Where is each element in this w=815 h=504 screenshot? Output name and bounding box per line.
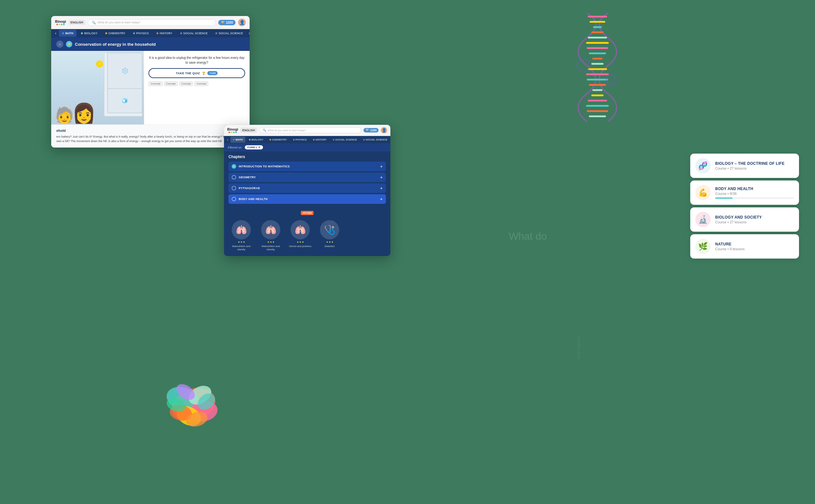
chapter-item-body-health[interactable]: BODY AND HEALTH +	[228, 194, 386, 204]
video-panel: 🌱 🧓 👩 ❄️ 🧊 ⭐	[51, 51, 144, 124]
bottom-nav-history[interactable]: HISTORY	[310, 137, 329, 143]
b-chem-dot	[269, 139, 271, 140]
top-browser-window: Binogi ENGLISH 🔍 What do you want to lea…	[51, 16, 250, 148]
lesson-icon-genes: 🫁	[291, 220, 310, 239]
bottom-language-button[interactable]: ENGLISH	[240, 128, 257, 133]
b-math-label: MATH	[236, 138, 243, 141]
course-info-nature: NATURE Course • 9 lessons	[715, 242, 794, 251]
top-nav-bar: ‹ MATH BIOLOGY CHEMISTRY PHYSICS HISTORY…	[51, 29, 250, 37]
chapter-item-pythagoras[interactable]: PYTHAGORAE +	[228, 183, 386, 193]
bottom-binogi-logo: Binogi	[227, 127, 238, 133]
course-subtitle-body-health: Course • 8/38	[715, 192, 794, 196]
character-1: 🧓	[54, 106, 74, 124]
top-browser-topbar: Binogi ENGLISH 🔍 What do you want to lea…	[51, 16, 250, 29]
character-2: 👩	[72, 102, 96, 124]
bottom-nav-social-1[interactable]: SOCIAL SCIENCE	[330, 137, 360, 143]
lessons-grid: APOBB 🫁 ★ ★ ★ Malnutrition and obesity 🫁…	[224, 208, 390, 256]
social-science-dot	[180, 32, 182, 34]
nav-tab-biology-label: BIOLOGY	[84, 32, 98, 35]
chapter-expand-pythagoras[interactable]: +	[380, 186, 383, 191]
bottom-nav-social-2[interactable]: SOCIAL SCIENCE	[361, 137, 390, 143]
search-placeholder: What do you want to learn today?	[98, 21, 140, 24]
bottom-nav-bar: ‹ MATH BIOLOGY CHEMISTRY PHYSICS HISTORY…	[224, 136, 390, 143]
dot-1	[56, 24, 58, 25]
nav-tab-chemistry[interactable]: CHEMISTRY	[102, 30, 129, 37]
nav-tab-physics[interactable]: PHYSICS	[130, 30, 152, 37]
nav-tab-biology[interactable]: BIOLOGY	[78, 30, 101, 37]
course-icon-health: 💪	[695, 185, 711, 200]
language-button[interactable]: ENGLISH	[68, 20, 85, 25]
course-card-biology[interactable]: 🧬 BIOLOGY – THE DOCTRINE OF LIFE Course …	[690, 154, 799, 178]
scene-background: 🌱 🧓 👩 ❄️ 🧊 ⭐	[51, 51, 144, 124]
math-dot	[62, 32, 64, 34]
concept-tag-2: Concept	[164, 81, 178, 86]
chapter-check-geometry	[232, 175, 236, 180]
nav-prev-arrow[interactable]: ‹	[54, 29, 58, 37]
nav-tab-math[interactable]: MATH	[59, 30, 76, 37]
nav-tab-math-label: MATH	[65, 32, 73, 35]
course-card-body-health[interactable]: 💪 BODY AND HEALTH Course • 8/38	[690, 180, 799, 205]
chapter-expand-geometry[interactable]: +	[380, 175, 383, 180]
bottom-nav-prev[interactable]: ‹	[226, 136, 229, 143]
nav-tab-social-science-1[interactable]: SOCIAL SCIENCE	[177, 30, 211, 37]
bottom-search-icon: 🔍	[263, 129, 266, 132]
bottom-nav-math[interactable]: MATH	[230, 137, 245, 143]
trophy-icon-small: 🏆	[202, 72, 206, 75]
bottom-nav-biology[interactable]: BIOLOGY	[246, 137, 266, 143]
course-title-nature: NATURE	[715, 242, 794, 246]
course-card-nature[interactable]: 🌿 NATURE Course • 9 lessons	[690, 234, 799, 259]
b-hist-label: HISTORY	[316, 138, 327, 141]
nav-next-arrow[interactable]: ›	[247, 29, 250, 37]
lessons-icons-row: 🫁 ★ ★ ★ Malnutrition and obesity 🫁 ★ ★ ★…	[228, 220, 386, 252]
lesson-item-genes[interactable]: 🫁 ★ ★ ★ Genes and proteins	[287, 220, 313, 252]
nav-tab-history[interactable]: HISTORY	[153, 30, 176, 37]
lesson-item-malnutrition-1[interactable]: 🫁 ★ ★ ★ Malnutrition and obesity	[228, 220, 254, 252]
chapters-title: Chapters	[228, 155, 386, 159]
bottom-binogi-dots	[228, 132, 237, 133]
nav-tab-social-science-2[interactable]: SOCIAL SCIENCE	[212, 30, 246, 37]
social-science-2-dot	[215, 32, 217, 34]
take-quiz-button[interactable]: TAKE THE QUIZ 🏆 +100	[148, 68, 245, 78]
history-dot	[156, 32, 158, 34]
bdot-1	[228, 132, 230, 133]
quiz-button-label: TAKE THE QUIZ	[176, 72, 200, 75]
chapters-area: Chapters ✓ INTRODUCTION TO MATHEMATICS +…	[224, 151, 390, 208]
filter-bar: Filtered on: FORM 1 ✕	[224, 143, 390, 151]
lesson-stars-3: ★ ★ ★	[297, 241, 304, 244]
back-button[interactable]: ‹	[56, 41, 63, 48]
bottom-nav-chemistry[interactable]: CHEMISTRY	[267, 137, 290, 143]
binogi-dots	[56, 24, 65, 25]
lesson-item-diabetes[interactable]: 🩺 ★ ★ ★ Diabetes	[317, 220, 342, 252]
nav-tab-social-science-2-label: SOCIAL SCIENCE	[219, 32, 243, 35]
bottom-trophy-icon: 🏆	[365, 129, 369, 132]
quiz-panel: It is a good idea to unplug the refriger…	[144, 51, 250, 124]
chapter-item-geometry[interactable]: GEOMETRY +	[228, 172, 386, 182]
course-card-bio-society[interactable]: 🔬 BIOLOGY AND SOCIETY Course • 27 lesson…	[690, 207, 799, 232]
chapter-name-body-health: BODY AND HEALTH	[239, 197, 378, 201]
chapter-item-intro[interactable]: ✓ INTRODUCTION TO MATHEMATICS +	[228, 162, 386, 171]
lightning-icon: ⚡	[66, 41, 72, 47]
concept-tag-3: Concept	[179, 81, 193, 86]
filter-close-icon[interactable]: ✕	[258, 146, 260, 149]
course-icon-nature: 🌿	[695, 239, 711, 254]
content-header: ‹ ⚡ Conservation of energy in the househ…	[51, 37, 250, 51]
bottom-nav-physics[interactable]: PHYSICS	[291, 137, 309, 143]
lesson-stars-1: ★ ★ ★	[238, 241, 245, 244]
concept-tag-4: Concept	[194, 81, 208, 86]
points-value: 1200	[226, 21, 233, 24]
chapter-expand-body-health[interactable]: +	[380, 196, 383, 202]
lesson-item-malnutrition-2[interactable]: 🫁 ★ ★ ★ Malnutrition and obesity	[258, 220, 284, 252]
filter-badge[interactable]: FORM 1 ✕	[245, 145, 263, 149]
biology-dot	[81, 32, 83, 34]
aprbb-badge: APOBB	[301, 211, 314, 215]
top-search-bar[interactable]: 🔍 What do you want to learn today?	[88, 19, 216, 26]
course-info-body-health: BODY AND HEALTH Course • 8/38	[715, 187, 794, 199]
nav-tab-physics-label: PHYSICS	[136, 32, 149, 35]
physics-dot	[133, 32, 135, 34]
chapter-expand-intro[interactable]: +	[380, 164, 383, 169]
bottom-binogi-logo-text: Binogi	[227, 127, 238, 131]
bottom-search-bar[interactable]: 🔍 What do you want to learn today?	[259, 127, 361, 133]
b-phys-label: PHYSICS	[296, 138, 307, 141]
binogi-logo-text: Binogi	[55, 20, 66, 23]
molecule-svg	[157, 370, 230, 440]
